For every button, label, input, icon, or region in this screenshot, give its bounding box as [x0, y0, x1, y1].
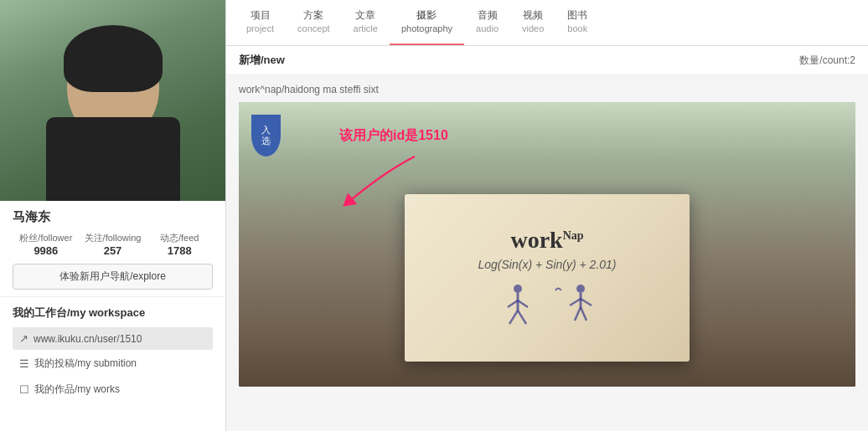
svg-line-2: [508, 300, 518, 307]
main-content: 项目 project 方案 concept 文章 article 摄影 phot…: [226, 0, 868, 431]
workspace-submission-label: 我的投稿/my submition: [34, 357, 137, 371]
workspace-profile-link: www.ikuku.cn/user/1510: [34, 333, 142, 345]
checkbox-icon: ☐: [19, 383, 29, 396]
stat-follower: 粉丝/follower 9986: [13, 232, 80, 257]
svg-point-6: [576, 285, 585, 293]
stats-row: 粉丝/follower 9986 关注/following 257 动态/fee…: [13, 232, 213, 257]
avatar-area: [0, 0, 225, 201]
figure-person-2: [551, 284, 593, 330]
annotation-text: 该用户的id是1510: [339, 128, 448, 142]
svg-line-11: [581, 307, 586, 321]
work-card[interactable]: workNap Log(Sin(x) + Sin(y) + 2.01): [239, 102, 855, 387]
tab-video[interactable]: 视频 video: [510, 0, 555, 45]
workspace-works-label: 我的作品/my works: [34, 382, 120, 397]
stat-feed: 动态/feed 1788: [146, 232, 213, 257]
content-header: 新增/new 数量/count:2: [226, 46, 868, 75]
work-nap-card: workNap Log(Sin(x) + Sin(y) + 2.01): [405, 194, 690, 362]
avatar: [0, 0, 225, 201]
tab-book[interactable]: 图书 book: [555, 0, 599, 45]
explore-button[interactable]: 体验新用户导航/explore: [13, 264, 213, 290]
work-area: work^nap/haidong ma steffi sixt workNap …: [226, 75, 868, 431]
list-icon: ☰: [19, 357, 29, 370]
user-name: 马海东: [13, 209, 213, 225]
entry-badge: 入 选: [251, 115, 281, 156]
link-icon: ↗: [19, 332, 28, 345]
card-formula: Log(Sin(x) + Sin(y) + 2.01): [478, 258, 617, 271]
svg-line-3: [518, 300, 528, 307]
tab-concept[interactable]: 方案 concept: [286, 0, 342, 45]
svg-line-4: [509, 310, 518, 324]
sidebar: 马海东 粉丝/follower 9986 关注/following 257 动态…: [0, 0, 226, 431]
stat-following: 关注/following 257: [80, 232, 147, 257]
svg-line-8: [570, 299, 581, 305]
tab-project[interactable]: 项目 project: [235, 0, 286, 45]
annotation-tooltip: 该用户的id是1510: [339, 127, 448, 145]
svg-line-9: [581, 299, 592, 305]
count-label: 数量/count:2: [799, 54, 855, 68]
tab-audio[interactable]: 音频 audio: [464, 0, 510, 45]
card-figures: [478, 284, 617, 330]
tab-photography[interactable]: 摄影 photography: [390, 0, 464, 45]
workspace-item-works[interactable]: ☐ 我的作品/my works: [13, 377, 213, 402]
svg-line-10: [575, 307, 581, 321]
card-title-text: workNap: [478, 227, 617, 254]
photo-background: workNap Log(Sin(x) + Sin(y) + 2.01): [239, 102, 855, 387]
section-title: 新增/new: [239, 53, 285, 68]
workspace-section: 我的工作台/my workspace ↗ www.ikuku.cn/user/1…: [0, 297, 225, 408]
tab-article[interactable]: 文章 article: [342, 0, 390, 45]
svg-point-0: [514, 285, 522, 293]
workspace-item-profile[interactable]: ↗ www.ikuku.cn/user/1510: [13, 327, 213, 350]
user-info: 马海东 粉丝/follower 9986 关注/following 257 动态…: [0, 201, 225, 297]
svg-line-5: [518, 310, 526, 324]
work-meta: work^nap/haidong ma steffi sixt: [239, 84, 855, 95]
figure-person-1: [501, 284, 535, 330]
tab-bar: 项目 project 方案 concept 文章 article 摄影 phot…: [226, 0, 868, 46]
workspace-item-submission[interactable]: ☰ 我的投稿/my submition: [13, 351, 213, 376]
workspace-title: 我的工作台/my workspace: [13, 305, 213, 321]
